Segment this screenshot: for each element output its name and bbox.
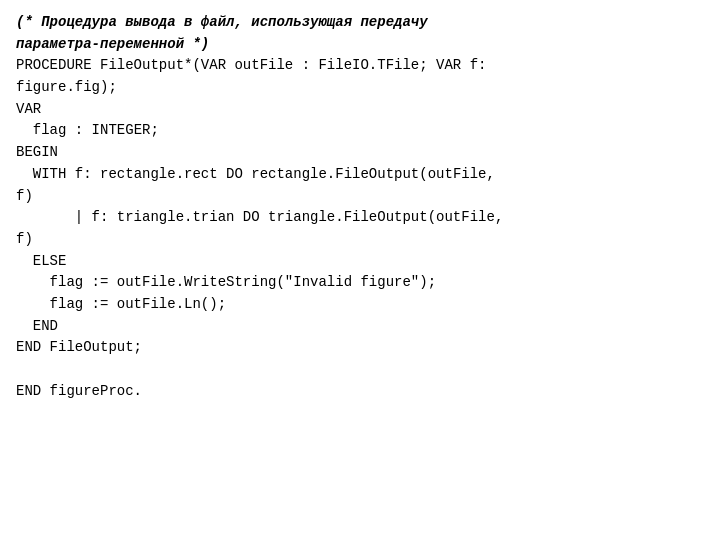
comment-line1: (* Процедура вывода в файл, использующая… bbox=[16, 14, 428, 52]
code-block: (* Процедура вывода в файл, использующая… bbox=[16, 12, 704, 402]
code-container: (* Процедура вывода в файл, использующая… bbox=[0, 0, 720, 540]
